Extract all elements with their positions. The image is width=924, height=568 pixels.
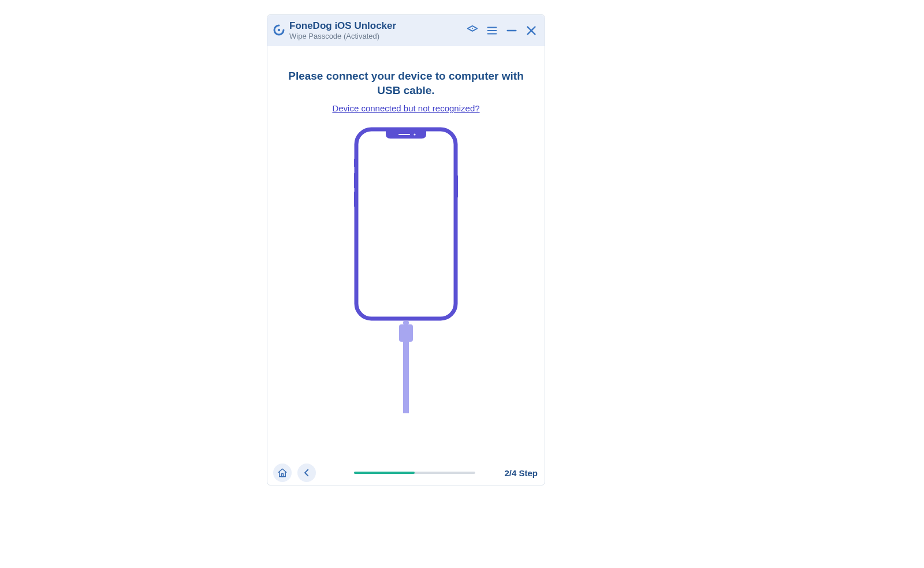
svg-rect-8 (356, 129, 456, 319)
key-icon[interactable] (466, 24, 479, 37)
svg-rect-16 (399, 324, 413, 342)
home-button[interactable] (273, 464, 292, 482)
svg-point-1 (472, 28, 473, 29)
instruction-text: Please connect your device to computer w… (282, 69, 530, 98)
svg-rect-15 (403, 321, 409, 324)
minimize-icon[interactable] (505, 24, 518, 37)
titlebar: FoneDog iOS Unlocker Wipe Passcode (Acti… (267, 15, 545, 46)
help-link[interactable]: Device connected but not recognized? (332, 103, 479, 113)
svg-rect-13 (354, 192, 356, 207)
app-logo-icon (272, 24, 286, 38)
app-title: FoneDog iOS Unlocker (289, 20, 466, 32)
svg-rect-11 (354, 159, 356, 167)
svg-rect-14 (456, 175, 458, 197)
svg-rect-17 (403, 342, 409, 413)
device-illustration (351, 127, 461, 416)
titlebar-controls (466, 24, 540, 37)
phone-icon (354, 127, 458, 321)
step-label: 2/4 Step (504, 468, 539, 478)
title-text: FoneDog iOS Unlocker Wipe Passcode (Acti… (289, 20, 466, 40)
app-subtitle: Wipe Passcode (Activated) (289, 32, 466, 41)
menu-icon[interactable] (486, 24, 498, 37)
close-icon[interactable] (525, 24, 538, 37)
app-window: FoneDog iOS Unlocker Wipe Passcode (Acti… (267, 14, 545, 485)
svg-point-10 (413, 134, 415, 136)
progress-bar (354, 472, 475, 474)
back-button[interactable] (297, 464, 316, 482)
footer: 2/4 Step (267, 461, 545, 485)
progress-fill (354, 472, 415, 474)
cable-icon (394, 321, 418, 413)
svg-rect-12 (354, 173, 356, 188)
svg-rect-18 (282, 474, 284, 477)
svg-point-0 (278, 29, 280, 31)
content: Please connect your device to computer w… (267, 46, 545, 461)
